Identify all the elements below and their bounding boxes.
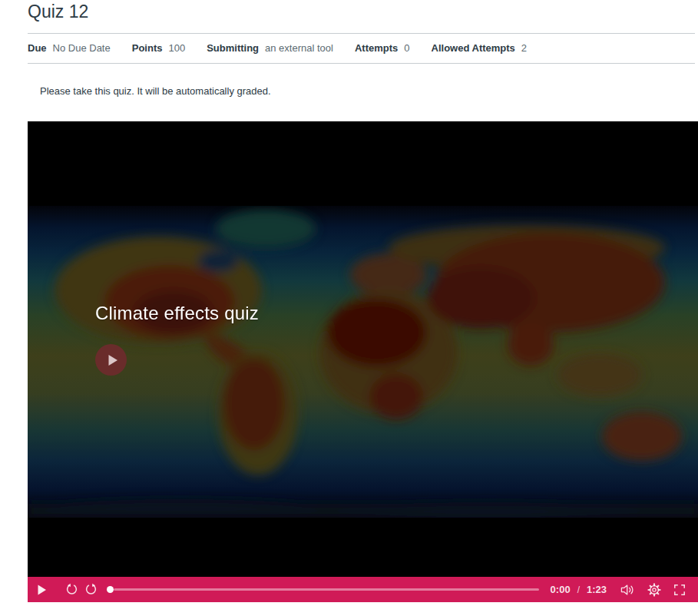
settings-button[interactable] bbox=[647, 583, 661, 597]
meta-label: Points bbox=[132, 42, 163, 55]
meta-item-attempts: Attempts 0 bbox=[355, 42, 410, 55]
meta-value: 2 bbox=[521, 42, 527, 55]
quiz-page: Quiz 12 Due No Due Date Points 100 Submi… bbox=[0, 2, 698, 616]
video-overlay-title: Climate effects quiz bbox=[95, 303, 259, 324]
meta-label: Due bbox=[28, 42, 47, 55]
video-control-bar: 0:00 / 1:23 bbox=[28, 577, 698, 602]
progress-bar[interactable] bbox=[107, 577, 539, 602]
meta-value: 0 bbox=[404, 42, 409, 55]
volume-button[interactable] bbox=[620, 584, 635, 596]
meta-value: an external tool bbox=[265, 42, 333, 55]
fast-forward-button[interactable] bbox=[84, 583, 98, 596]
fast-forward-icon bbox=[84, 583, 98, 596]
quiz-instructions: Please take this quiz. It will be automa… bbox=[40, 85, 698, 97]
quiz-meta-bar: Due No Due Date Points 100 Submitting an… bbox=[28, 33, 695, 64]
video-player[interactable]: Climate effects quiz bbox=[28, 121, 698, 602]
meta-label: Allowed Attempts bbox=[432, 42, 515, 55]
page-title: Quiz 12 bbox=[28, 2, 698, 22]
settings-gear-icon bbox=[647, 583, 661, 597]
meta-value: No Due Date bbox=[53, 42, 111, 55]
fullscreen-button[interactable] bbox=[673, 584, 686, 596]
meta-item-submitting: Submitting an external tool bbox=[207, 42, 333, 55]
time-display: 0:00 / 1:23 bbox=[551, 584, 607, 595]
meta-item-points: Points 100 bbox=[132, 42, 185, 55]
rewind-icon bbox=[65, 583, 78, 596]
meta-item-allowed-attempts: Allowed Attempts 2 bbox=[432, 42, 528, 55]
meta-value: 100 bbox=[168, 42, 185, 55]
rewind-button[interactable] bbox=[65, 583, 78, 596]
meta-item-due: Due No Due Date bbox=[28, 42, 111, 55]
volume-icon bbox=[620, 584, 635, 596]
play-button[interactable] bbox=[37, 585, 47, 595]
progress-track[interactable] bbox=[114, 588, 539, 591]
video-thumbnail-climate-map bbox=[28, 206, 698, 518]
time-separator: / bbox=[577, 585, 580, 595]
play-icon bbox=[37, 585, 47, 595]
progress-handle[interactable] bbox=[107, 586, 114, 593]
play-icon bbox=[104, 353, 120, 368]
meta-label: Attempts bbox=[355, 42, 398, 55]
duration: 1:23 bbox=[587, 584, 607, 595]
fullscreen-icon bbox=[673, 584, 686, 596]
meta-label: Submitting bbox=[207, 42, 259, 55]
current-time: 0:00 bbox=[551, 584, 571, 595]
big-play-button[interactable] bbox=[95, 344, 127, 376]
